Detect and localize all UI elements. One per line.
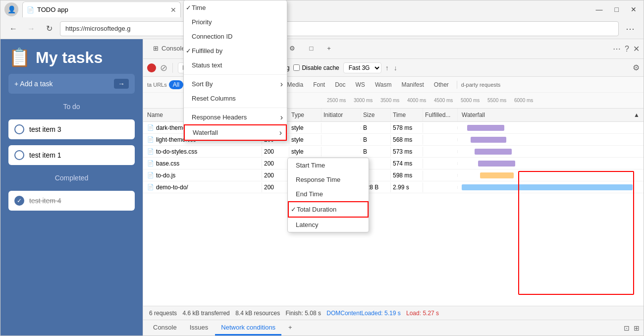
col-header-waterfall[interactable]: Waterfall ▲ (458, 109, 644, 121)
cell-fulfilled (423, 186, 458, 189)
more-options-button[interactable]: ⋯ (623, 22, 638, 35)
menu-item-time[interactable]: Time (184, 0, 287, 15)
cell-time: 573 ms (391, 147, 423, 157)
title-bar: 👤 📄 TODO app ✕ + — □ ✕ (0, 0, 644, 18)
forward-button[interactable]: → (24, 22, 38, 36)
task-text: test item 3 (29, 125, 61, 133)
filter-separator (457, 81, 457, 89)
filter-ws-button[interactable]: WS (352, 80, 369, 89)
back-button[interactable]: ← (6, 22, 20, 36)
tab-add[interactable]: + (321, 41, 337, 57)
filter-wasm-button[interactable]: Wasm (371, 80, 396, 89)
clear-button[interactable]: ⊘ (160, 62, 167, 73)
console-tab-label: Console (161, 45, 185, 52)
task-checkbox-checked[interactable]: ✓ (14, 196, 24, 206)
task-checkbox[interactable] (14, 150, 24, 160)
minimize-button[interactable]: — (593, 4, 606, 14)
request-name: base.css (156, 160, 179, 167)
settings-tab-icon: ⚙ (289, 45, 295, 52)
undock-icon[interactable]: ⊡ (624, 324, 630, 332)
menu-item-reset-columns[interactable]: Reset Columns (184, 91, 287, 106)
cell-fulfilled (423, 150, 458, 153)
file-icon: 📄 (147, 124, 154, 131)
cell-size: B (361, 170, 391, 180)
console-tab-icon: ⊞ (153, 45, 159, 52)
filter-manifest-button[interactable]: Manifest (397, 80, 428, 89)
table-rows: 📄 dark-theme.css 200 style B 578 ms (143, 122, 644, 306)
network-settings-icon[interactable]: ⚙ (633, 63, 640, 72)
close-devtools-icon[interactable]: ✕ (633, 44, 640, 54)
table-row[interactable]: 📄 to-do-styles.css 200 style B 573 ms (143, 146, 644, 158)
menu-item-priority[interactable]: Priority (184, 15, 287, 29)
menu-item-status-text[interactable]: Status text (184, 58, 287, 72)
task-item[interactable]: test item 1 (8, 145, 135, 165)
add-task-button[interactable]: + Add a task → (8, 74, 135, 94)
add-task-arrow-icon: → (114, 79, 129, 89)
menu-item-waterfall[interactable]: Waterfall (184, 124, 287, 141)
more-tabs-icon[interactable]: ⋯ (613, 44, 621, 54)
dock-icon[interactable]: ⊞ (634, 324, 640, 332)
throttle-select[interactable]: Fast 3G (343, 62, 381, 73)
tab-close-button[interactable]: ✕ (170, 6, 176, 14)
filter-other-button[interactable]: Other (430, 80, 453, 89)
cell-waterfall (458, 122, 644, 134)
help-icon[interactable]: ? (625, 45, 629, 54)
bottom-tab-add[interactable]: + (282, 321, 298, 336)
cell-initiator (322, 138, 361, 141)
table-row[interactable]: 📄 demo-to-do/ 200 docum... Other 928 B 2… (143, 181, 644, 193)
maximize-button[interactable]: □ (612, 4, 622, 14)
task-item[interactable]: test item 3 (8, 119, 135, 139)
cell-time: 568 ms (391, 135, 423, 145)
waterfall-bar (475, 149, 512, 155)
address-input[interactable] (60, 21, 619, 36)
menu-item-sort-by[interactable]: Sort By (184, 77, 287, 91)
waterfall-bar (471, 137, 506, 143)
close-button[interactable]: ✕ (628, 4, 640, 14)
col-header-initiator[interactable]: Initiator (322, 109, 361, 121)
transferred-size: 4.6 kB transferred (182, 310, 229, 317)
table-row[interactable]: 📄 base.css 200 style B 574 ms (143, 158, 644, 169)
add-task-label: + Add a task (14, 80, 53, 88)
cell-type: style (289, 159, 322, 168)
record-button[interactable] (147, 63, 156, 72)
browser-tab[interactable]: 📄 TODO app ✕ (22, 1, 181, 17)
col-header-time[interactable]: Time (391, 109, 423, 121)
col-header-size[interactable]: Size (361, 109, 391, 121)
file-icon: 📄 (147, 160, 154, 167)
load-time: Load: 5.27 s (406, 310, 439, 317)
refresh-button[interactable]: ↻ (42, 22, 56, 36)
network-icons: ↑ ↓ (385, 64, 397, 72)
col-header-fulfilled[interactable]: Fulfilled... (423, 109, 458, 121)
cell-initiator (322, 162, 361, 165)
bottom-tab-issues[interactable]: Issues (184, 321, 215, 336)
profile-avatar[interactable]: 👤 (4, 2, 18, 16)
devtools-actions: ⋯ ? ✕ (613, 44, 640, 54)
col-header-type[interactable]: Type (289, 109, 322, 121)
table-row[interactable]: 📄 to-do.js 200 scrip B 598 ms (143, 169, 644, 181)
disable-cache-checkbox[interactable] (293, 64, 300, 71)
filter-font-button[interactable]: Font (309, 80, 329, 89)
menu-item-fulfilled-by[interactable]: Fulfilled by (184, 44, 287, 58)
filter-doc-button[interactable]: Doc (331, 80, 349, 89)
cell-type: style (289, 123, 322, 133)
cell-size: B (361, 147, 391, 157)
bottom-tab-console[interactable]: Console (147, 321, 183, 336)
filter-all-button[interactable]: All (169, 80, 183, 89)
menu-item-connection-id[interactable]: Connection ID (184, 29, 287, 44)
tick-4000: 4000 ms (407, 98, 426, 103)
cell-status: 200 (262, 147, 289, 157)
menu-item-response-headers[interactable]: Response Headers (184, 110, 287, 124)
tab-device[interactable]: □ (303, 41, 319, 57)
cell-name: 📄 base.css (143, 159, 262, 168)
task-checkbox[interactable] (14, 124, 24, 134)
upload-icon[interactable]: ↑ (385, 64, 389, 72)
download-icon[interactable]: ↓ (394, 64, 397, 72)
task-item-completed[interactable]: ✓ test item 4 (8, 191, 135, 211)
cell-type: scrip (289, 170, 322, 180)
bottom-tab-network-conditions[interactable]: Network conditions (215, 321, 281, 336)
request-name: to-do.js (156, 172, 175, 179)
disable-cache-text: Disable cache (302, 64, 339, 71)
cell-waterfall (458, 158, 644, 169)
menu-item-label: Time (192, 4, 206, 11)
cell-initiator (322, 174, 361, 177)
